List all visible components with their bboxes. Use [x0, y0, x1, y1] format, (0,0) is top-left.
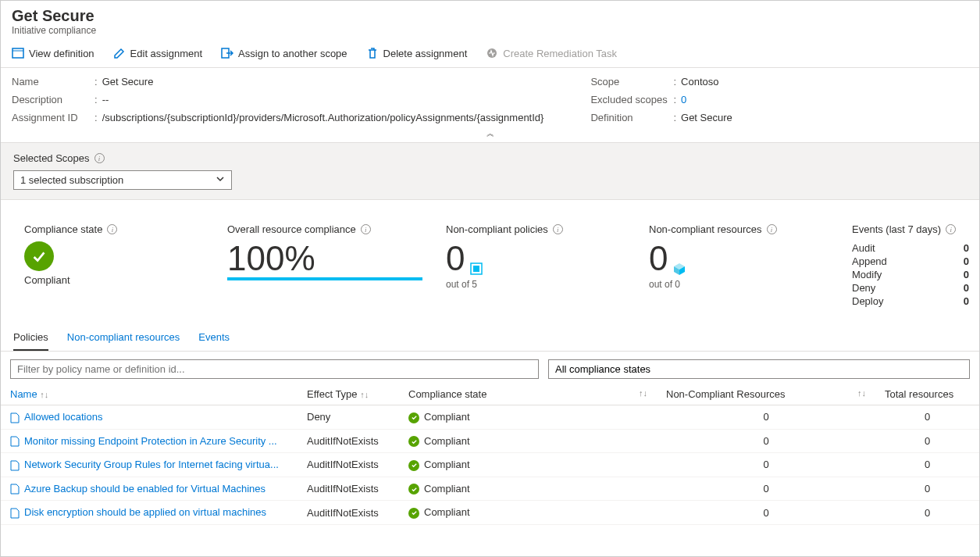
sort-icon: ↑↓ [40, 390, 48, 399]
effect-cell: AuditIfNotExists [298, 453, 399, 477]
scope-dropdown[interactable]: 1 selected subscription [13, 170, 232, 190]
delete-assignment-button[interactable]: Delete assignment [366, 47, 468, 59]
noncompliant-cell: 0 [657, 477, 875, 501]
event-row: Deploy 0 [852, 295, 969, 308]
col-state[interactable]: Compliance state ↑↓ [399, 384, 657, 405]
noncompliant-cell: 0 [657, 429, 875, 453]
info-icon[interactable]: i [94, 153, 105, 163]
scope-value: Contoso [681, 76, 718, 87]
noncompliant-cell: 0 [657, 501, 875, 525]
noncompliant-policies-label: Non-compliant policies [446, 223, 548, 235]
state-cell: Compliant [424, 483, 470, 495]
page-title: Get Secure [12, 7, 968, 25]
effect-cell: Deny [298, 405, 399, 430]
table-row: Azure Backup should be enabled for Virtu… [1, 477, 979, 501]
document-icon [10, 460, 20, 471]
info-icon[interactable]: i [767, 224, 777, 234]
compliant-icon [408, 436, 419, 447]
event-row: Deny 0 [852, 281, 969, 295]
info-icon[interactable]: i [107, 224, 117, 234]
compliant-check-icon [24, 241, 54, 271]
description-value: -- [102, 94, 109, 105]
noncompliant-cell: 0 [657, 453, 875, 477]
noncompliant-resources-label: Non-compliant resources [649, 223, 762, 235]
info-icon[interactable]: i [361, 224, 371, 234]
total-cell: 0 [875, 501, 979, 525]
policy-link[interactable]: Azure Backup should be enabled for Virtu… [24, 483, 265, 495]
effect-cell: AuditIfNotExists [298, 429, 399, 453]
document-icon [10, 412, 20, 423]
pulse-icon [486, 47, 498, 59]
tab-policies[interactable]: Policies [13, 331, 48, 351]
events-label: Events (last 7 days) [852, 223, 941, 235]
table-row: Allowed locationsDenyCompliant00 [1, 405, 979, 430]
document-icon [10, 484, 20, 495]
assign-scope-button[interactable]: Assign to another scope [221, 47, 347, 59]
policy-link[interactable]: Allowed locations [24, 411, 102, 423]
info-icon[interactable]: i [553, 224, 563, 234]
view-definition-button[interactable]: View definition [12, 47, 94, 59]
table-row: Network Security Group Rules for Interne… [1, 453, 979, 477]
document-icon [10, 508, 20, 519]
policy-link[interactable]: Network Security Group Rules for Interne… [24, 459, 279, 470]
noncompliant-policies-value: 0 [446, 241, 465, 276]
compliant-icon [408, 460, 419, 471]
table-row: Disk encryption should be applied on vir… [1, 501, 979, 525]
compliant-icon [408, 508, 419, 519]
effect-cell: AuditIfNotExists [298, 501, 399, 525]
document-icon [10, 436, 20, 447]
noncompliant-resources-value: 0 [649, 241, 668, 276]
create-remediation-button: Create Remediation Task [486, 47, 617, 59]
definition-label: Definition [590, 112, 668, 123]
noncompliant-policies-sub: out of 5 [446, 279, 633, 290]
sort-icon: ↑↓ [360, 390, 369, 399]
col-total[interactable]: Total resources [875, 384, 979, 405]
total-cell: 0 [875, 453, 979, 477]
chevron-down-icon [216, 174, 225, 186]
definition-value: Get Secure [681, 112, 732, 123]
scope-label: Scope [590, 76, 668, 87]
excluded-scopes-value[interactable]: 0 [681, 94, 686, 105]
state-cell: Compliant [424, 435, 470, 447]
compliance-state-label: Compliance state [24, 223, 102, 235]
col-effect[interactable]: Effect Type ↑↓ [298, 384, 399, 405]
event-row: Append 0 [852, 255, 969, 268]
overall-compliance-label: Overall resource compliance [227, 223, 356, 235]
tab-noncompliant-resources[interactable]: Non-compliant resources [67, 331, 180, 351]
col-name[interactable]: Name ↑↓ [1, 384, 298, 405]
effect-cell: AuditIfNotExists [298, 477, 399, 501]
progress-bar [227, 277, 422, 280]
svg-rect-0 [12, 48, 23, 58]
table-row: Monitor missing Endpoint Protection in A… [1, 429, 979, 453]
sort-icon: ↑↓ [857, 388, 866, 398]
excluded-scopes-label: Excluded scopes [590, 94, 668, 105]
selected-scopes-title: Selected Scopes [13, 152, 90, 164]
col-noncompliant[interactable]: Non-Compliant Resources ↑↓ [657, 384, 875, 405]
noncompliant-cell: 0 [657, 405, 875, 430]
pencil-icon [113, 47, 126, 59]
noncompliant-resources-sub: out of 0 [649, 279, 836, 290]
edit-assignment-button[interactable]: Edit assignment [113, 47, 203, 59]
tab-events[interactable]: Events [198, 331, 230, 351]
info-icon[interactable]: i [946, 224, 956, 234]
event-row: Audit 0 [852, 241, 969, 255]
sort-icon: ↑↓ [639, 388, 647, 398]
assignment-id-label: Assignment ID [12, 112, 90, 123]
compliance-state-filter[interactable] [548, 359, 970, 379]
name-value: Get Secure [102, 76, 154, 87]
page-subtitle: Initiative compliance [12, 25, 968, 36]
state-cell: Compliant [424, 459, 470, 470]
collapse-chevron-icon[interactable]: ︽ [1, 128, 979, 142]
compliant-icon [408, 412, 419, 423]
compliance-state-value: Compliant [24, 274, 212, 286]
total-cell: 0 [875, 405, 979, 430]
policy-link[interactable]: Disk encryption should be applied on vir… [24, 506, 266, 518]
name-label: Name [12, 76, 90, 87]
policy-link[interactable]: Monitor missing Endpoint Protection in A… [24, 435, 277, 447]
policy-filter-input[interactable] [10, 359, 539, 379]
overall-compliance-value: 100% [227, 241, 430, 276]
state-cell: Compliant [424, 506, 470, 518]
cube-icon [672, 262, 686, 276]
compliant-icon [408, 484, 419, 495]
event-row: Modify 0 [852, 268, 969, 281]
